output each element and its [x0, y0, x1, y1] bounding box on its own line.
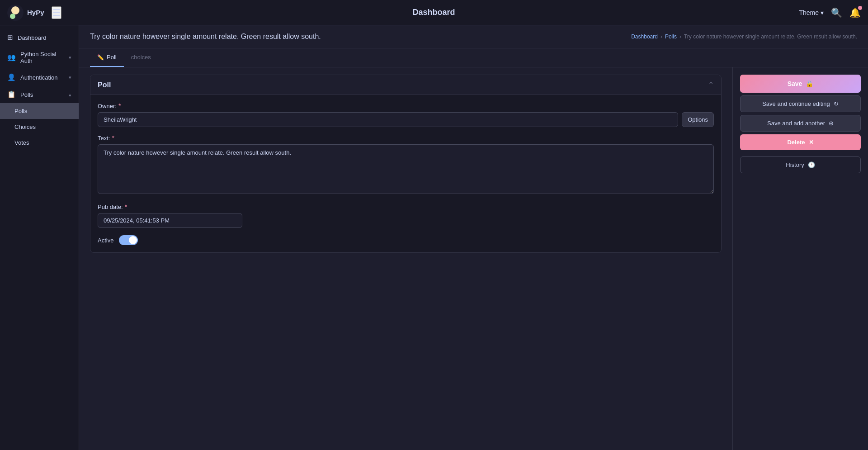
search-button[interactable]: 🔍 — [831, 7, 842, 18]
sidebar-item-polls-votes-label: Votes — [14, 139, 71, 146]
delete-label: Delete — [787, 139, 805, 146]
pub-date-input[interactable] — [98, 213, 242, 228]
tab-poll[interactable]: ✏️ Poll — [90, 48, 124, 67]
main-layout: ⊞ Dashboard 👥 Python Social Auth ▾ 👤 Aut… — [0, 25, 868, 450]
page-header: Try color nature however single amount r… — [79, 25, 868, 48]
tab-poll-label: Poll — [107, 54, 117, 61]
form-section-collapse-icon[interactable]: ⌃ — [708, 81, 714, 89]
sidebar-item-dashboard-label: Dashboard — [18, 34, 71, 41]
text-label: Text: * — [98, 134, 714, 142]
form-section-header: Poll ⌃ — [90, 75, 721, 95]
save-button[interactable]: Save 🔒 — [740, 75, 861, 93]
dashboard-icon: ⊞ — [7, 33, 13, 42]
save-icon: 🔒 — [806, 80, 813, 87]
polls-submenu: Polls Choices Votes — [0, 103, 79, 151]
sidebar: ⊞ Dashboard 👥 Python Social Auth ▾ 👤 Aut… — [0, 25, 79, 450]
delete-icon: ✕ — [809, 139, 814, 146]
owner-options-button[interactable]: Options — [682, 112, 714, 127]
plus-icon: ⊕ — [829, 120, 834, 127]
chevron-down-icon: ▾ — [821, 9, 824, 16]
logo-icon — [7, 5, 24, 21]
form-section-body: Owner: * SheilaWright Admin User1 Option… — [90, 95, 721, 252]
theme-button[interactable]: Theme ▾ — [799, 9, 824, 16]
active-toggle[interactable] — [119, 235, 138, 245]
tab-choices[interactable]: choices — [124, 48, 158, 67]
tab-poll-icon: ✏️ — [97, 54, 104, 61]
save-add-another-button[interactable]: Save and add another ⊕ — [740, 115, 861, 132]
authentication-icon: 👤 — [7, 73, 16, 81]
save-add-another-label: Save and add another — [767, 120, 825, 127]
sidebar-item-authentication[interactable]: 👤 Authentication ▾ — [0, 69, 79, 86]
owner-select[interactable]: SheilaWright Admin User1 — [98, 112, 678, 127]
history-button[interactable]: History 🕐 — [740, 156, 861, 173]
pub-date-label: Pub date: * — [98, 203, 714, 210]
sidebar-item-polls-choices-label: Choices — [14, 123, 71, 130]
pub-date-field: Pub date: * — [98, 203, 714, 228]
toggle-knob — [129, 236, 137, 244]
sidebar-item-polls-votes[interactable]: Votes — [0, 135, 79, 151]
text-textarea[interactable]: Try color nature however single amount r… — [98, 144, 714, 194]
delete-button[interactable]: Delete ✕ — [740, 134, 861, 150]
notification-badge[interactable]: 🔔 — [849, 7, 861, 18]
topbar-right: Theme ▾ 🔍 🔔 — [799, 7, 861, 18]
form-section-poll: Poll ⌃ Owner: * SheilaWrigh — [90, 75, 722, 253]
chevron-up-icon: ▴ — [69, 92, 71, 98]
save-label: Save — [788, 80, 802, 87]
chevron-icon: ▾ — [69, 55, 71, 61]
history-label: History — [786, 161, 804, 168]
owner-select-wrapper: SheilaWright Admin User1 Options — [98, 112, 714, 127]
owner-label: Owner: * — [98, 102, 714, 109]
notif-dot — [858, 6, 862, 10]
breadcrumb-home[interactable]: Dashboard — [631, 33, 658, 40]
sidebar-item-polls[interactable]: 📋 Polls ▴ — [0, 86, 79, 103]
active-label: Active — [98, 237, 113, 244]
sidebar-item-python-social-auth[interactable]: 👥 Python Social Auth ▾ — [0, 46, 79, 69]
polls-icon: 📋 — [7, 90, 16, 99]
action-buttons: Save 🔒 Save and continue editing ↻ Save … — [740, 75, 861, 173]
breadcrumb: Dashboard › Polls › Try color nature how… — [631, 33, 857, 40]
text-required: * — [112, 134, 114, 142]
pub-date-required: * — [125, 203, 127, 210]
sidebar-item-polls-label: Polls — [20, 91, 64, 98]
theme-label: Theme — [799, 9, 819, 16]
owner-field: Owner: * SheilaWright Admin User1 Option… — [98, 102, 714, 127]
breadcrumb-sep-2: › — [679, 33, 681, 40]
sidebar-item-polls-polls-label: Polls — [14, 108, 71, 114]
sidebar-item-dashboard[interactable]: ⊞ Dashboard — [0, 29, 79, 46]
tab-choices-label: choices — [131, 54, 151, 61]
page-title: Dashboard — [69, 8, 799, 17]
breadcrumb-current: Try color nature however single amount r… — [684, 33, 857, 40]
app-logo: HyPy — [7, 5, 44, 21]
sidebar-item-polls-polls[interactable]: Polls — [0, 103, 79, 119]
app-name: HyPy — [27, 9, 44, 16]
python-social-auth-icon: 👥 — [7, 53, 16, 62]
sidebar-item-python-social-auth-label: Python Social Auth — [20, 51, 64, 64]
logo-circle-top — [11, 6, 19, 14]
tabs-row: ✏️ Poll choices — [79, 48, 868, 67]
form-container: Poll ⌃ Owner: * SheilaWrigh — [79, 67, 868, 450]
refresh-icon: ↻ — [834, 100, 839, 107]
hamburger-button[interactable]: ☰ — [52, 6, 61, 19]
sidebar-item-authentication-label: Authentication — [20, 74, 64, 81]
active-toggle-row: Active — [98, 235, 714, 245]
history-icon: 🕐 — [808, 161, 815, 168]
content-area: Try color nature however single amount r… — [79, 25, 868, 450]
owner-required: * — [118, 102, 121, 109]
form-main: Poll ⌃ Owner: * SheilaWrigh — [79, 67, 732, 450]
save-continue-button[interactable]: Save and continue editing ↻ — [740, 95, 861, 112]
logo-circle-bottom — [10, 14, 15, 19]
form-sidebar: Save 🔒 Save and continue editing ↻ Save … — [732, 67, 868, 450]
topbar: HyPy ☰ Dashboard Theme ▾ 🔍 🔔 — [0, 0, 868, 25]
text-field: Text: * Try color nature however single … — [98, 134, 714, 196]
page-header-title: Try color nature however single amount r… — [90, 33, 321, 41]
breadcrumb-sep-1: › — [660, 33, 662, 40]
form-section-title: Poll — [98, 81, 111, 89]
chevron-down-icon: ▾ — [69, 75, 71, 81]
sidebar-item-polls-choices[interactable]: Choices — [0, 119, 79, 135]
save-continue-label: Save and continue editing — [762, 100, 830, 107]
breadcrumb-section[interactable]: Polls — [665, 33, 677, 40]
